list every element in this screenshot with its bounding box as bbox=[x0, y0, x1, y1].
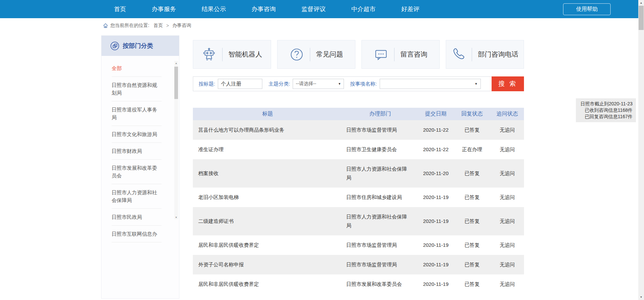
department-item[interactable]: 日照市退役军人事务局 bbox=[112, 101, 162, 126]
sidebar-scroll-thumb[interactable] bbox=[174, 67, 178, 99]
cell-title[interactable]: 二级建造师证书 bbox=[193, 211, 342, 231]
department-item[interactable]: 日照市文化和旅游局 bbox=[112, 126, 162, 143]
item-name-label: 按事项名称: bbox=[350, 81, 377, 87]
quick-links: 智能机器人 常见问题 留言咨询 部门咨询电话 bbox=[193, 40, 524, 69]
cell-date: 2020-11-22 bbox=[418, 140, 453, 159]
item-name-select[interactable]: ▼ bbox=[380, 79, 481, 89]
cell-title[interactable]: 档案接收 bbox=[193, 164, 342, 183]
department-item[interactable]: 日照市发展和改革委员会 bbox=[112, 160, 162, 184]
cell-followup-status: 无追问 bbox=[491, 235, 524, 255]
category-select-value: --请选择-- bbox=[296, 81, 316, 87]
quick-link-label: 智能机器人 bbox=[229, 50, 262, 59]
breadcrumb-home-link[interactable]: 首页 bbox=[153, 23, 163, 29]
cell-title[interactable]: 莒县什么地方可以办理商品条形码业务 bbox=[193, 120, 342, 140]
quick-link-message[interactable]: 留言咨询 bbox=[361, 40, 440, 69]
table-row[interactable]: 档案接收 日照市人力资源和社会保障局 2020-11-20 已答复 无追问 bbox=[193, 159, 524, 188]
scroll-down-icon[interactable]: ▼ bbox=[174, 215, 178, 219]
home-icon bbox=[103, 23, 108, 28]
column-header-department: 办理部门 bbox=[342, 110, 418, 118]
nav-item[interactable]: 办事服务 bbox=[139, 5, 189, 13]
cell-date: 2020-11-19 bbox=[418, 255, 453, 274]
quick-link-phone[interactable]: 部门咨询电话 bbox=[446, 40, 524, 69]
cell-date: 2020-11-19 bbox=[418, 274, 453, 294]
table-row[interactable]: 居民和非居民供暖收费界定 日照市发展和改革委员会 2020-11-19 已答复 … bbox=[193, 274, 524, 294]
dropdown-arrow-icon: ▼ bbox=[338, 82, 341, 86]
cell-followup-status: 无追问 bbox=[491, 140, 524, 159]
title-search-input[interactable]: 个人注册 bbox=[218, 79, 262, 89]
breadcrumb: 您当前所在的位置: 首页 > 办事咨询 bbox=[103, 23, 191, 29]
breadcrumb-current[interactable]: 办事咨询 bbox=[172, 23, 191, 29]
page-scroll-down-icon[interactable]: ▼ bbox=[638, 294, 644, 300]
department-item[interactable]: 日照市自然资源和规划局 bbox=[112, 77, 162, 101]
cell-followup-status: 无追问 bbox=[491, 120, 524, 140]
top-nav: 首页办事服务结果公示办事咨询监督评议中介超市好差评 使用帮助 bbox=[0, 0, 644, 18]
cell-department: 日照市市场监督管理局 bbox=[342, 255, 418, 274]
table-row[interactable]: 莒县什么地方可以办理商品条形码业务 日照市市场监督管理局 2020-11-22 … bbox=[193, 120, 524, 140]
nav-item[interactable]: 办事咨询 bbox=[239, 5, 289, 13]
column-header-followup-status: 追问状态 bbox=[491, 110, 524, 118]
divider bbox=[394, 48, 394, 61]
cell-reply-status: 已答复 bbox=[453, 235, 491, 255]
divider bbox=[310, 48, 310, 61]
department-item[interactable]: 全部 bbox=[112, 60, 162, 77]
cell-reply-status: 已答复 bbox=[453, 120, 491, 140]
cell-reply-status: 正在办理 bbox=[453, 140, 491, 159]
cell-title[interactable]: 老旧小区加装电梯 bbox=[193, 188, 342, 207]
message-icon bbox=[374, 47, 388, 62]
stats-box: 日照市截止到2020-11-23已收到咨询信息1168件已回复咨询信息1167件 bbox=[576, 98, 636, 122]
cell-title[interactable]: 居民和非居民供暖收费界定 bbox=[193, 235, 342, 255]
nav-item[interactable]: 监督评议 bbox=[289, 5, 339, 13]
question-icon bbox=[290, 47, 304, 62]
table-row[interactable]: 居民和非居民供暖收费界定 日照市市场监督管理局 2020-11-19 已答复 无… bbox=[193, 235, 524, 255]
quick-link-label: 常见问题 bbox=[316, 50, 343, 59]
cell-date: 2020-11-19 bbox=[418, 235, 453, 255]
cell-title[interactable]: 居民和非居民供暖收费界定 bbox=[193, 274, 342, 294]
department-item[interactable]: 日照市互联网信息办 bbox=[112, 226, 162, 242]
nav-item[interactable]: 好差评 bbox=[388, 5, 432, 13]
quick-link-robot[interactable]: 智能机器人 bbox=[193, 40, 271, 69]
cell-title[interactable]: 外资子公司名称申报 bbox=[193, 255, 342, 274]
cell-department: 日照市住房和城乡建设局 bbox=[342, 188, 418, 207]
divider bbox=[472, 48, 472, 61]
department-item[interactable]: 日照市人力资源和社会保障局 bbox=[112, 184, 162, 209]
search-button[interactable]: 搜 索 bbox=[492, 76, 524, 91]
department-sidebar: 按部门分类 全部日照市自然资源和规划局日照市退役军人事务局日照市文化和旅游局日照… bbox=[101, 35, 179, 299]
category-label: 主题分类: bbox=[268, 81, 290, 87]
search-bar: 按标题: 个人注册 主题分类: --请选择-- ▼ 按事项名称: ▼ 搜 索 bbox=[193, 76, 524, 91]
table-row[interactable]: 老旧小区加装电梯 日照市住房和城乡建设局 2020-11-19 已答复 无追问 bbox=[193, 188, 524, 207]
stats-line: 已回复咨询信息1167件 bbox=[579, 113, 633, 120]
nav-item[interactable]: 结果公示 bbox=[189, 5, 239, 13]
page-scroll-up-icon[interactable]: ▲ bbox=[638, 0, 644, 6]
stats-line: 已收到咨询信息1168件 bbox=[579, 107, 633, 113]
cell-date: 2020-11-20 bbox=[418, 164, 453, 183]
department-list: 全部日照市自然资源和规划局日照市退役军人事务局日照市文化和旅游局日照市财政局日照… bbox=[101, 56, 179, 242]
scroll-up-icon[interactable]: ▲ bbox=[174, 61, 178, 65]
help-button[interactable]: 使用帮助 bbox=[563, 3, 611, 15]
department-item[interactable]: 日照市民政局 bbox=[112, 209, 162, 226]
breadcrumb-separator: > bbox=[166, 23, 169, 28]
column-header-date: 提交日期 bbox=[418, 110, 453, 118]
page-scrollbar[interactable]: ▲ ▼ bbox=[638, 0, 644, 300]
table-row[interactable]: 外资子公司名称申报 日照市市场监督管理局 2020-11-19 已答复 无追问 bbox=[193, 255, 524, 274]
nav-item[interactable]: 首页 bbox=[101, 5, 139, 13]
cell-followup-status: 无追问 bbox=[491, 164, 524, 183]
category-icon bbox=[110, 41, 119, 51]
quick-link-faq[interactable]: 常见问题 bbox=[277, 40, 355, 69]
table-row[interactable]: 准生证办理 日照市卫生健康委员会 2020-11-22 正在办理 无追问 bbox=[193, 140, 524, 159]
page-scroll-thumb[interactable] bbox=[639, 6, 644, 30]
column-header-title: 标题 bbox=[193, 110, 342, 118]
sidebar-title: 按部门分类 bbox=[123, 42, 153, 50]
phone-icon bbox=[451, 47, 466, 62]
nav-item[interactable]: 中介超市 bbox=[339, 5, 388, 13]
table-body: 莒县什么地方可以办理商品条形码业务 日照市市场监督管理局 2020-11-22 … bbox=[193, 120, 524, 294]
cell-department: 日照市人力资源和社会保障局 bbox=[342, 207, 418, 235]
robot-icon bbox=[202, 47, 216, 62]
table-row[interactable]: 二级建造师证书 日照市人力资源和社会保障局 2020-11-19 已答复 无追问 bbox=[193, 207, 524, 235]
sidebar-scrollbar[interactable]: ▲ ▼ bbox=[174, 61, 178, 219]
cell-department: 日照市发展和改革委员会 bbox=[342, 274, 418, 294]
cell-title[interactable]: 准生证办理 bbox=[193, 140, 342, 159]
column-header-reply-status: 回复状态 bbox=[453, 110, 491, 118]
dropdown-arrow-icon: ▼ bbox=[475, 82, 478, 86]
department-item[interactable]: 日照市财政局 bbox=[112, 143, 162, 160]
category-select[interactable]: --请选择-- ▼ bbox=[293, 79, 344, 89]
